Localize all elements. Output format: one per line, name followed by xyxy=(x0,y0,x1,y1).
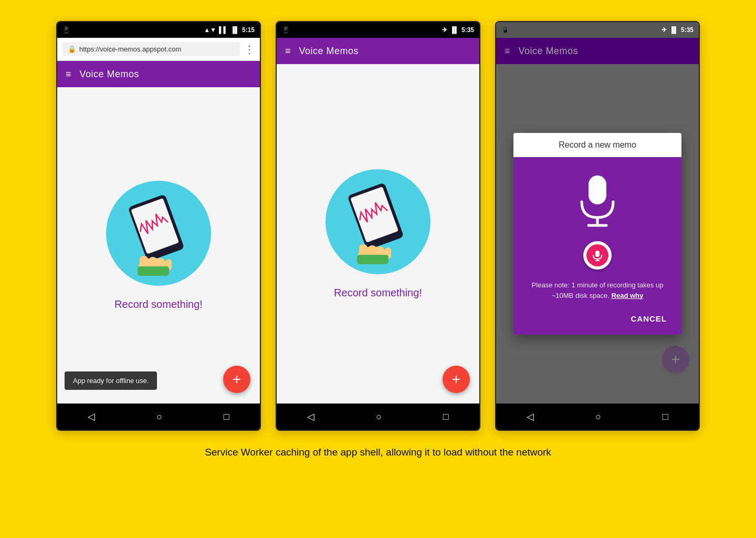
svg-rect-7 xyxy=(138,266,169,276)
microphone-icon-large xyxy=(574,173,621,231)
dialog-overlay: Record a new memo xyxy=(496,64,699,404)
airplane-icon-2: ✈ xyxy=(442,26,447,34)
phone-icon-2: 📱 xyxy=(282,26,290,34)
offline-toast: App ready for offline use. xyxy=(65,371,157,390)
recents-btn-2[interactable]: □ xyxy=(433,407,459,427)
wifi-icon-1: ▲▼ xyxy=(204,26,216,34)
time-1: 5:15 xyxy=(242,26,255,34)
phone-icon-3: 📱 xyxy=(501,26,509,34)
record-dialog: Record a new memo xyxy=(513,133,681,335)
phone-icon-1: 📱 xyxy=(62,26,70,34)
status-bar-3: 📱 ✈ ▐▌ 5:35 xyxy=(496,22,699,38)
app-title-2: Voice Memos xyxy=(299,46,359,57)
home-btn-2[interactable]: ○ xyxy=(365,407,392,427)
app-bar-1: ≡ Voice Memos xyxy=(57,61,260,87)
url-field[interactable]: 🔒 https://voice-memos.appspot.com xyxy=(62,42,240,56)
time-2: 5:35 xyxy=(461,26,474,34)
svg-rect-16 xyxy=(589,175,606,204)
dialog-body: Please note: 1 minute of recording takes… xyxy=(513,157,681,306)
recents-btn-1[interactable]: □ xyxy=(213,407,240,427)
read-why-link[interactable]: Read why xyxy=(612,292,644,299)
back-btn-3[interactable]: ◁ xyxy=(516,407,544,427)
app-bar-2: ≡ Voice Memos xyxy=(277,38,479,64)
status-bar-2: 📱 ✈ ▐▌ 5:35 xyxy=(277,22,479,38)
phone-3: 📱 ✈ ▐▌ 5:35 ≡ Voice Memos Record a new m… xyxy=(495,21,700,431)
hamburger-icon-2[interactable]: ≡ xyxy=(285,46,291,57)
hamburger-icon-3[interactable]: ≡ xyxy=(505,46,510,57)
dialog-title: Record a new memo xyxy=(513,133,681,157)
caption: Service Worker caching of the app shell,… xyxy=(205,446,551,460)
record-label-2: Record something! xyxy=(334,287,422,299)
cancel-button[interactable]: CANCEL xyxy=(625,310,674,327)
app-title-3: Voice Memos xyxy=(519,46,579,57)
nav-bar-1: ◁ ○ □ xyxy=(57,404,260,430)
phone-content-2: Record something! + xyxy=(277,64,479,404)
app-title-1: Voice Memos xyxy=(80,69,140,80)
lock-icon: 🔒 xyxy=(68,45,76,53)
illustration-circle-1 xyxy=(106,181,211,286)
recents-btn-3[interactable]: □ xyxy=(652,407,679,427)
battery-icon-1: ▐▌ xyxy=(230,26,239,34)
svg-rect-19 xyxy=(595,251,600,257)
illustration-circle-2 xyxy=(326,169,430,274)
url-text: https://voice-memos.appspot.com xyxy=(79,45,181,53)
fab-1[interactable]: + xyxy=(223,366,250,393)
phone-content-3: Record a new memo xyxy=(496,64,699,404)
url-bar: 🔒 https://voice-memos.appspot.com ⋮ xyxy=(57,38,260,61)
fab-2[interactable]: + xyxy=(443,366,470,393)
back-btn-1[interactable]: ◁ xyxy=(77,407,106,427)
battery-icon-2: ▐▌ xyxy=(450,26,459,34)
home-btn-3[interactable]: ○ xyxy=(585,407,612,427)
phone-2: 📱 ✈ ▐▌ 5:35 ≡ Voice Memos xyxy=(276,21,480,431)
phones-row: 📱 ▲▼ ▌▌ ▐▌ 5:15 🔒 https://voice-memos.ap… xyxy=(16,21,740,431)
battery-icon-3: ▐▌ xyxy=(669,26,678,34)
dialog-actions: CANCEL xyxy=(513,306,681,335)
home-btn-1[interactable]: ○ xyxy=(146,407,173,427)
svg-rect-15 xyxy=(357,255,388,264)
nav-bar-3: ◁ ○ □ xyxy=(496,404,699,430)
record-button[interactable] xyxy=(583,241,612,270)
dialog-note: Please note: 1 minute of recording takes… xyxy=(524,280,671,301)
phone-1: 📱 ▲▼ ▌▌ ▐▌ 5:15 🔒 https://voice-memos.ap… xyxy=(56,21,261,431)
signal-icon-1: ▌▌ xyxy=(219,26,228,34)
time-3: 5:35 xyxy=(681,26,694,34)
status-bar-1: 📱 ▲▼ ▌▌ ▐▌ 5:15 xyxy=(57,22,260,38)
record-label-1: Record something! xyxy=(114,298,203,311)
phone-content-1: Record something! App ready for offline … xyxy=(57,87,260,404)
nav-bar-2: ◁ ○ □ xyxy=(277,404,479,430)
airplane-icon-3: ✈ xyxy=(662,26,667,34)
record-btn-inner xyxy=(586,244,608,266)
app-bar-3: ≡ Voice Memos xyxy=(496,38,699,64)
url-menu-icon[interactable]: ⋮ xyxy=(244,43,255,56)
hamburger-icon-1[interactable]: ≡ xyxy=(66,69,71,80)
back-btn-2[interactable]: ◁ xyxy=(297,407,325,427)
